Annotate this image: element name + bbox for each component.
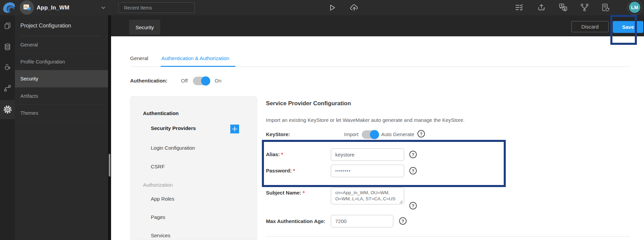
file-sync-icon	[601, 3, 610, 12]
sidebar-item-general[interactable]: General	[15, 36, 108, 53]
subject-name-label-text: Subject Name:	[266, 190, 301, 196]
app-title[interactable]: App_In_WM	[37, 0, 69, 15]
required-asterisk: *	[293, 168, 295, 173]
panel-scrollbar	[108, 15, 111, 240]
apis-workflow-icon[interactable]	[3, 84, 12, 92]
user-avatar[interactable]: LM	[627, 0, 642, 15]
toggle-knob	[201, 76, 210, 86]
active-tab-underline	[161, 66, 235, 67]
keystore-label: KeyStore:	[266, 131, 290, 137]
password-label-text: Password:	[266, 168, 292, 173]
subnav-item-pages[interactable]: Pages	[151, 214, 165, 220]
tab-general[interactable]: General	[130, 55, 148, 61]
keystore-toggle[interactable]	[362, 130, 379, 139]
keystore-autogenerate-option: Auto Generate	[381, 131, 414, 137]
sync-project-button[interactable]	[600, 2, 611, 13]
plus-icon	[231, 125, 238, 133]
security-content: General Authentication & Authorization A…	[111, 36, 644, 240]
tab-authentication-authorization[interactable]: Authentication & Authorization	[161, 55, 229, 61]
scrollbar-thumb[interactable]	[109, 154, 110, 177]
page-header: Security Discard Save	[111, 15, 644, 36]
subject-name-label: Subject Name:*	[266, 190, 305, 196]
max-auth-age-label: Max Authentication Age:	[266, 218, 325, 224]
translate-icon	[558, 3, 568, 12]
subnav-section-authorization: Authorization	[143, 182, 173, 188]
keystore-help-icon[interactable]: ?	[417, 130, 425, 137]
alias-label: Alias:*	[266, 151, 283, 158]
password-input[interactable]	[331, 165, 404, 177]
database-icon[interactable]	[3, 43, 12, 51]
top-bar: App_In_WM	[0, 0, 644, 15]
alias-label-text: Alias:	[266, 151, 280, 157]
save-button[interactable]: Save	[613, 21, 643, 33]
avatar-initials: LM	[629, 2, 640, 13]
discard-button[interactable]: Discard	[571, 21, 609, 32]
rail-item-settings[interactable]	[0, 100, 15, 119]
authentication-on-label: On	[215, 78, 221, 84]
branch-share-icon	[580, 3, 589, 12]
localization-button[interactable]	[558, 2, 569, 13]
toggle-knob	[370, 130, 379, 139]
authentication-off-label: Off	[181, 78, 188, 84]
form-description: Import an existing KeyStore or let WaveM…	[266, 117, 465, 123]
max-auth-age-help-icon[interactable]: ?	[399, 217, 407, 225]
settings-gear-icon	[3, 105, 12, 114]
subnav-item-login-configuration[interactable]: Login Configuration	[151, 145, 195, 151]
sidebar-item-themes[interactable]: Themes	[15, 105, 108, 122]
section-divider	[266, 236, 630, 237]
resize-handle-icon[interactable]	[399, 200, 403, 204]
sidebar-item-profile-configuration[interactable]: Profile Configuration	[15, 53, 108, 70]
alias-input[interactable]	[331, 148, 404, 161]
run-app-button[interactable]	[326, 2, 337, 13]
subnav-item-app-roles[interactable]: App Roles	[151, 196, 174, 202]
chevron-down-icon[interactable]	[100, 4, 107, 11]
module-rail	[0, 15, 15, 240]
open-tab-security[interactable]: Security	[129, 20, 160, 35]
security-subnav: Authentication Security Providers Login …	[130, 96, 257, 240]
subject-name-textarea[interactable]: cn=App_In_WM, OU=WM, O=WM, L=LA, ST=CA, …	[331, 187, 404, 204]
subnav-item-services[interactable]: Services	[151, 233, 171, 239]
task-list-button[interactable]	[514, 2, 525, 13]
project-config-panel: Project Configuration General Profile Co…	[15, 15, 108, 240]
alias-help-icon[interactable]: ?	[409, 151, 417, 158]
checklist-icon	[515, 3, 524, 12]
required-asterisk: *	[303, 190, 305, 196]
subnav-item-csrf[interactable]: CSRF	[151, 164, 165, 170]
subnav-item-security-providers[interactable]: Security Providers	[151, 125, 196, 131]
authentication-label: Authentication:	[130, 78, 167, 84]
add-security-provider-button[interactable]	[230, 125, 239, 133]
pages-icon[interactable]	[3, 22, 12, 30]
subject-name-help-icon[interactable]: ?	[409, 202, 417, 209]
password-label: Password:*	[266, 168, 295, 174]
play-icon	[327, 3, 336, 12]
wavemaker-studio: App_In_WM	[0, 0, 644, 240]
java-services-icon[interactable]	[3, 63, 12, 71]
preview-deploy-button[interactable]	[349, 2, 360, 13]
cloud-upload-icon	[350, 3, 359, 12]
wavemaker-logo-icon[interactable]	[2, 1, 16, 14]
project-badge[interactable]	[20, 0, 34, 15]
export-deploy-button[interactable]	[536, 2, 547, 13]
sidebar-item-security[interactable]: Security	[15, 70, 108, 88]
recent-items-input[interactable]	[119, 2, 195, 13]
authentication-toggle[interactable]	[193, 77, 210, 85]
panel-title: Project Configuration	[20, 15, 102, 36]
keystore-import-option: Import	[344, 131, 359, 137]
sidebar-item-artifacts[interactable]: Artifacts	[15, 88, 108, 105]
subnav-section-authentication: Authentication	[143, 110, 179, 116]
password-help-icon[interactable]: ?	[409, 167, 417, 174]
max-auth-age-input[interactable]	[331, 215, 393, 227]
required-asterisk: *	[281, 151, 283, 157]
form-title: Service Provider Configuration	[266, 100, 351, 107]
project-window-icon	[22, 3, 31, 12]
versions-button[interactable]	[579, 2, 590, 13]
export-tray-icon	[537, 3, 546, 12]
